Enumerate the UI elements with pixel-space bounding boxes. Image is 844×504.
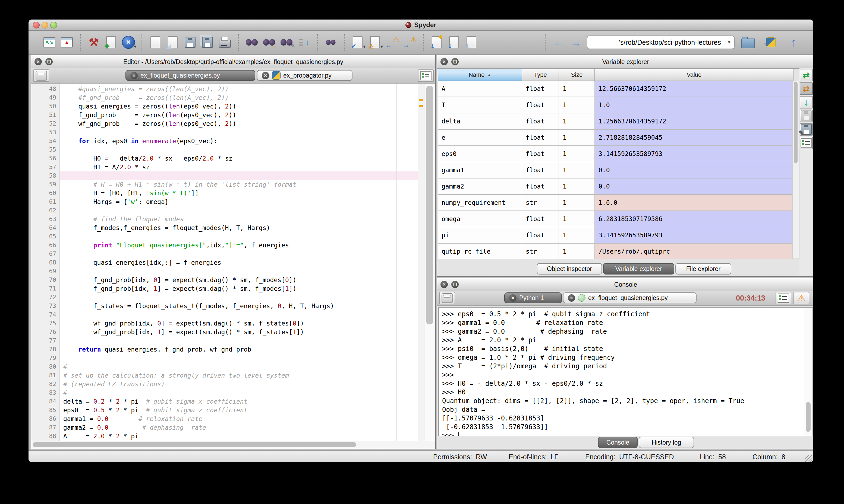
table-row[interactable]: numpy_requirementstr11.6.0 — [438, 195, 792, 211]
variable-value[interactable]: 0.0 — [595, 179, 792, 194]
variable-name[interactable]: A — [438, 81, 522, 96]
panel-tab-file-explorer[interactable]: File explorer — [675, 263, 731, 274]
variable-size[interactable]: 1 — [559, 81, 595, 96]
column-header-type[interactable]: Type — [522, 69, 559, 81]
column-header-size[interactable]: Size — [559, 69, 595, 81]
variable-value[interactable]: 12.566370614359172 — [595, 81, 792, 96]
table-row[interactable]: pifloat13.141592653589793 — [438, 227, 792, 244]
variable-size[interactable]: 1 — [559, 244, 595, 259]
console-file-list-button[interactable] — [440, 292, 455, 304]
variable-type[interactable]: str — [522, 244, 559, 259]
replace-icon[interactable]: ✎ — [279, 35, 294, 50]
working-directory-combobox[interactable]: 's/rob/Desktop/sci-python-lectures▼ — [587, 36, 735, 49]
editor-horizontal-scrollbar-thumb[interactable] — [33, 442, 356, 447]
file-add-icon[interactable]: ✚ — [103, 35, 119, 50]
editor-horizontal-scrollbar[interactable] — [31, 441, 435, 449]
editor-tab-ex_floquet_quasienergies.py[interactable]: ✕ex_floquet_quasienergies.py — [125, 70, 255, 81]
column-header-value[interactable]: Value — [595, 69, 793, 81]
refresh-periodically-icon[interactable]: ⇄ — [800, 83, 813, 95]
console-scrollbar[interactable] — [804, 308, 812, 436]
console-interrupt-button[interactable]: ⚠ — [793, 292, 809, 304]
variable-value[interactable]: 6.283185307179586 — [595, 211, 792, 227]
variable-value[interactable]: 2.718281828459045 — [595, 130, 792, 145]
next-warning-icon[interactable]: ⚠→ — [402, 35, 417, 50]
variable-value[interactable]: 1.2566370614359172 — [595, 113, 792, 129]
resize-grip[interactable] — [805, 455, 812, 462]
variable-size[interactable]: 1 — [559, 179, 595, 194]
warning-list-icon[interactable]: ⚠▼ — [367, 35, 383, 50]
console-tab-ex_floquet_quasienergies.py[interactable]: ✕ex_floquet_quasienergies.py — [563, 292, 696, 303]
variable-size[interactable]: 1 — [559, 211, 595, 227]
panel-tab-object-inspector[interactable]: Object inspector — [537, 263, 602, 274]
new-file-icon[interactable] — [148, 35, 163, 50]
variable-type[interactable]: str — [522, 195, 559, 211]
titlebar[interactable]: Spyder — [29, 20, 813, 31]
console-tab-Python 1[interactable]: ✕Python 1 — [504, 292, 562, 303]
tab-close-icon[interactable]: ✕ — [568, 294, 575, 302]
variable-size[interactable]: 1 — [559, 195, 595, 211]
variable-type[interactable]: float — [522, 211, 559, 227]
table-row[interactable]: efloat12.718281828459045 — [438, 130, 792, 146]
variable-name[interactable]: numpy_requirement — [438, 195, 522, 211]
tab-close-icon[interactable]: ✕ — [262, 72, 269, 79]
combobox-dropdown-icon[interactable]: ▼ — [724, 36, 734, 49]
variable-value[interactable]: 0.0 — [595, 162, 792, 178]
variable-value[interactable]: 1.6.0 — [595, 195, 792, 211]
table-row[interactable]: omegafloat16.283185307179586 — [438, 211, 792, 227]
table-row[interactable]: eps0float13.141592653589793 — [438, 146, 792, 162]
editor-code-area[interactable]: 4849505152535455565758596061626364656667… — [31, 84, 435, 441]
variable-name[interactable]: omega — [438, 211, 522, 227]
variable-size[interactable]: 1 — [559, 113, 595, 129]
console-options-button[interactable] — [776, 292, 791, 304]
rerun-cell-icon[interactable]: ⇣ — [464, 35, 479, 50]
table-row[interactable]: Afloat112.566370614359172 — [438, 81, 792, 97]
table-row[interactable]: gamma2float10.0 — [438, 179, 792, 195]
editor-vertical-scrollbar[interactable] — [424, 84, 435, 441]
run-cell-icon[interactable]: ⇣✱ — [429, 35, 444, 50]
save-data-icon[interactable] — [800, 110, 813, 122]
variable-table-scrollbar-thumb[interactable] — [794, 82, 797, 163]
back-icon[interactable]: ← — [551, 35, 566, 50]
tab-close-icon[interactable]: ✕ — [130, 72, 138, 79]
find-icon[interactable] — [244, 35, 259, 50]
save-icon[interactable] — [183, 35, 198, 50]
variable-size[interactable]: 1 — [559, 227, 595, 243]
panel-tab-history-log[interactable]: History log — [639, 437, 694, 448]
goto-line-icon[interactable] — [296, 35, 311, 50]
run-cell-advance-icon[interactable]: ⇣ — [446, 35, 462, 50]
variable-name[interactable]: e — [438, 130, 522, 145]
maximize-pane-icon[interactable]: ↖↘ — [42, 35, 57, 50]
editor-tab-ex_propagator.py[interactable]: ✕ex_propagator.py — [257, 70, 352, 81]
variable-size[interactable]: 1 — [559, 130, 595, 145]
variable-value[interactable]: 3.141592653589793 — [595, 227, 792, 243]
table-row[interactable]: deltafloat11.2566370614359172 — [438, 113, 792, 130]
options-icon[interactable] — [800, 137, 813, 149]
variable-size[interactable]: 1 — [559, 162, 595, 178]
column-header-name[interactable]: Name▲ — [438, 69, 522, 81]
warning-flag[interactable] — [419, 105, 423, 107]
preferences-icon[interactable]: ⚒ — [86, 35, 101, 50]
todo-list-icon[interactable]: ✔▼ — [350, 35, 365, 50]
find-next-icon[interactable]: → — [261, 35, 277, 50]
variable-name[interactable]: gamma2 — [438, 179, 522, 194]
variable-value[interactable]: 1.0 — [595, 97, 792, 113]
variable-name[interactable]: delta — [438, 113, 522, 129]
editor-vertical-scrollbar-thumb[interactable] — [426, 86, 433, 324]
open-file-icon[interactable]: ◢ — [165, 35, 180, 50]
variable-type[interactable]: float — [522, 97, 559, 113]
tools-dropdown-icon[interactable]: ✕▼ — [121, 35, 136, 50]
variable-name[interactable]: eps0 — [438, 146, 522, 162]
variable-name[interactable]: qutip_rc_file — [438, 244, 522, 259]
warning-flag[interactable] — [419, 99, 423, 101]
editor-file-list-button[interactable] — [33, 69, 49, 82]
variable-name[interactable]: pi — [438, 227, 522, 243]
save-all-icon[interactable] — [200, 35, 215, 50]
table-row[interactable]: qutip_rc_filestr1/Users/rob/.qutiprc — [438, 244, 792, 259]
variable-table-scrollbar[interactable] — [792, 81, 799, 259]
variable-type[interactable]: float — [522, 130, 559, 145]
panel-tab-variable-explorer[interactable]: Variable explorer — [603, 263, 674, 274]
variable-type[interactable]: float — [522, 162, 559, 178]
variable-type[interactable]: float — [522, 179, 559, 194]
variable-name[interactable]: gamma1 — [438, 162, 522, 178]
panel-tab-console[interactable]: Console — [598, 437, 638, 448]
